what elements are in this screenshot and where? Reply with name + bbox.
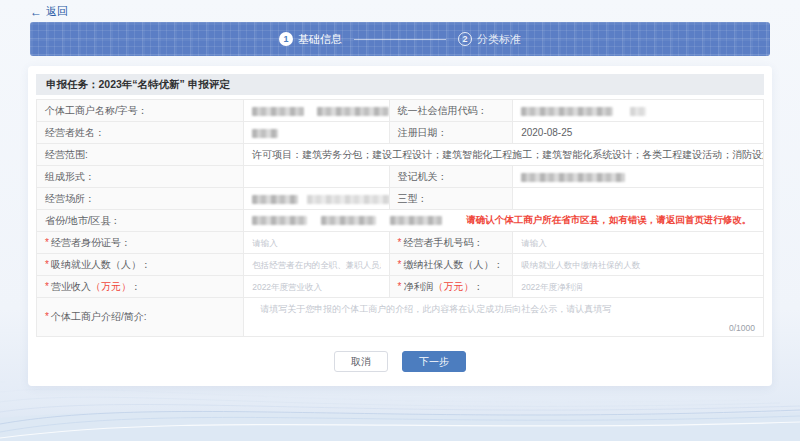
redacted-block: [521, 107, 613, 116]
social-insured-input[interactable]: [521, 260, 755, 270]
value-three-type: [513, 188, 764, 210]
table-row: *个体工商户介绍/简介: 0/1000: [37, 298, 764, 337]
steps-banner: 1 基础信息 2 分类标准: [30, 22, 770, 56]
redacted-block: [630, 107, 646, 116]
form-table: 个体工商户名称/字号： 统一社会信用代码： 经营者姓名： 注册日期： 2020-…: [36, 99, 764, 337]
label-business-premises: 经营场所：: [37, 188, 244, 210]
required-marker: *: [398, 259, 402, 270]
value-registration-authority: [513, 166, 764, 188]
redacted-block: [521, 173, 625, 182]
employees-input[interactable]: [252, 260, 380, 270]
redacted-block: [317, 107, 389, 116]
value-business-premises: [244, 188, 389, 210]
redacted-block: [252, 195, 298, 204]
district-select[interactable]: [390, 216, 442, 225]
label-phone-number: *经营者手机号码：: [389, 232, 513, 254]
form-title: 申报任务：2023年“名特优新” 申报评定: [36, 74, 764, 95]
next-step-button[interactable]: 下一步: [402, 351, 466, 372]
required-marker: *: [45, 281, 49, 292]
back-button[interactable]: ← 返回: [30, 4, 68, 19]
label-region: 省份/地市/区县：: [37, 210, 244, 232]
id-number-input[interactable]: [252, 238, 380, 248]
label-three-type: 三型：: [389, 188, 513, 210]
form-card: 申报任务：2023年“名特优新” 申报评定 个体工商户名称/字号： 统一社会信用…: [28, 66, 772, 386]
phone-number-input[interactable]: [521, 238, 755, 248]
back-label: 返回: [46, 4, 68, 19]
table-row: *经营者身份证号： *经营者手机号码：: [37, 232, 764, 254]
revenue-input[interactable]: [252, 282, 380, 292]
city-select[interactable]: [321, 216, 376, 225]
label-business-name: 个体工商户名称/字号：: [37, 100, 244, 122]
value-register-date: 2020-08-25: [513, 122, 764, 144]
step-1-circle-icon: 1: [279, 32, 293, 46]
label-employees: *吸纳就业人数（人）：: [37, 254, 244, 276]
table-row: 省份/地市/区县： 请确认个体工商户所在省市区县，如有错误，请返回首页进行修改。: [37, 210, 764, 232]
table-row: 经营范围: 许可项目：建筑劳务分包；建设工程设计；建筑智能化工程施工；建筑智能化…: [37, 144, 764, 166]
label-business-scope: 经营范围:: [37, 144, 244, 166]
back-arrow-icon: ←: [30, 6, 42, 18]
value-composition-form: [244, 166, 389, 188]
phone-number-cell: [513, 232, 764, 254]
social-insured-cell: [513, 254, 764, 276]
profit-cell: [513, 276, 764, 298]
intro-textarea[interactable]: [252, 298, 755, 336]
label-intro: *个体工商户介绍/简介:: [37, 298, 244, 337]
region-warning-text: 请确认个体工商户所在省市区县，如有错误，请返回首页进行修改。: [466, 214, 751, 227]
table-row: 个体工商户名称/字号： 统一社会信用代码：: [37, 100, 764, 122]
table-row: *吸纳就业人数（人）： *缴纳社保人数（人）：: [37, 254, 764, 276]
employees-cell: [244, 254, 389, 276]
label-profit: *净利润（万元）：: [389, 276, 513, 298]
required-marker: *: [45, 259, 49, 270]
table-row: 经营场所： 三型：: [37, 188, 764, 210]
label-composition-form: 组成形式：: [37, 166, 244, 188]
table-row: *营业收入（万元）： *净利润（万元）：: [37, 276, 764, 298]
table-row: 经营者姓名： 注册日期： 2020-08-25: [37, 122, 764, 144]
value-business-name: [244, 100, 389, 122]
region-cell: 请确认个体工商户所在省市区县，如有错误，请返回首页进行修改。: [244, 210, 764, 232]
step-connector-line: [354, 39, 446, 40]
value-credit-code: [513, 100, 764, 122]
step-1-label: 基础信息: [298, 32, 342, 47]
required-marker: *: [45, 311, 49, 322]
id-number-cell: [244, 232, 389, 254]
label-revenue: *营业收入（万元）：: [37, 276, 244, 298]
intro-char-counter: 0/1000: [729, 323, 755, 333]
label-operator-name: 经营者姓名：: [37, 122, 244, 144]
revenue-unit: （万元）: [91, 281, 131, 292]
required-marker: *: [398, 237, 402, 248]
value-operator-name: [244, 122, 389, 144]
redacted-block: [252, 107, 304, 116]
step-basic-info: 1 基础信息: [279, 32, 342, 47]
label-registration-authority: 登记机关：: [389, 166, 513, 188]
required-marker: *: [45, 237, 49, 248]
step-classification: 2 分类标准: [458, 32, 521, 47]
table-row: 组成形式： 登记机关：: [37, 166, 764, 188]
redacted-block: [252, 129, 278, 138]
label-credit-code: 统一社会信用代码：: [389, 100, 513, 122]
cancel-button[interactable]: 取消: [334, 351, 388, 372]
revenue-cell: [244, 276, 389, 298]
step-2-label: 分类标准: [477, 32, 521, 47]
profit-unit: （万元）: [433, 281, 473, 292]
intro-cell: 0/1000: [244, 298, 764, 337]
label-id-number: *经营者身份证号：: [37, 232, 244, 254]
province-select[interactable]: [252, 216, 307, 225]
value-business-scope: 许可项目：建筑劳务分包；建设工程设计；建筑智能化工程施工；建筑智能化系统设计；各…: [244, 144, 764, 166]
label-register-date: 注册日期：: [389, 122, 513, 144]
label-social-insured: *缴纳社保人数（人）：: [389, 254, 513, 276]
profit-input[interactable]: [521, 282, 755, 292]
redacted-block: [307, 195, 389, 204]
required-marker: *: [398, 281, 402, 292]
step-2-circle-icon: 2: [458, 32, 472, 46]
